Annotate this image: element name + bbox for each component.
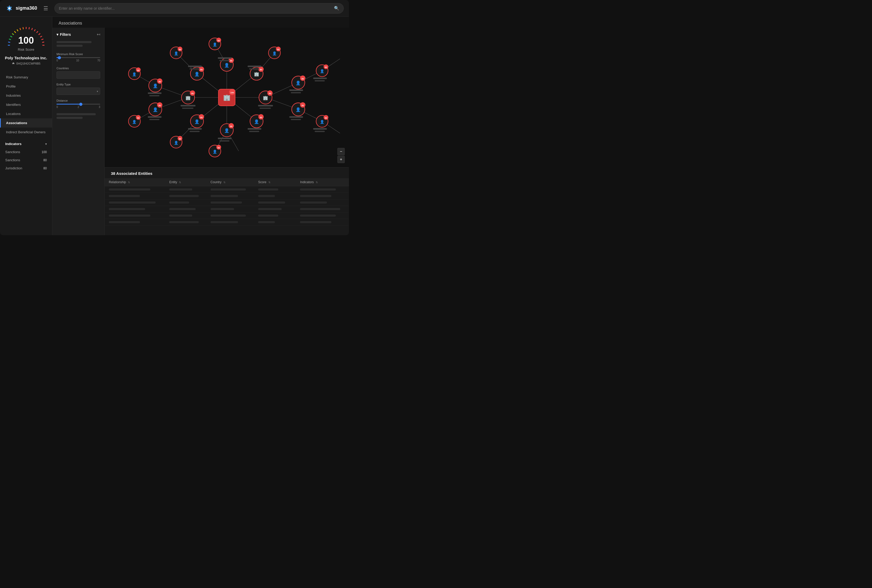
search-bar[interactable]: 🔍 [54,3,344,14]
table-row[interactable] [105,213,349,219]
svg-rect-140 [289,89,303,91]
node-person-6[interactable]: 👤 80 [292,75,305,89]
svg-line-8 [20,28,21,30]
zoom-in-button[interactable]: + [337,156,345,163]
table-row[interactable] [105,219,349,225]
chevron-down-icon[interactable]: ▾ [45,142,47,146]
svg-line-2 [8,42,10,42]
col-score[interactable]: Score ⇅ [254,178,296,186]
node-building-2[interactable]: 🏢 80 [259,90,272,104]
svg-rect-157 [249,68,259,69]
node-person-7[interactable]: 👤 80 [292,102,305,116]
node-person-9[interactable]: 👤 80 [220,123,234,136]
sort-icon-indicators: ⇅ [316,181,318,184]
table-row[interactable] [105,193,349,200]
entity-type-select[interactable]: Individual Organization [57,87,100,95]
node-outer-4[interactable]: 👤 80 [316,64,329,77]
bottom-section: 38 Associated Entities Relationship ⇅ [105,167,349,235]
col-relationship[interactable]: Relationship ⇅ [105,178,165,186]
node-building-1[interactable]: 🏢 80 [182,90,195,104]
filter-panel: ▾ Filters ↤ Minimum Risk Score [52,28,105,235]
search-input[interactable] [59,6,332,10]
hamburger-button[interactable]: ☰ [41,4,50,12]
table-row[interactable] [105,206,349,213]
svg-line-4 [10,36,12,37]
node-outer-9[interactable]: 👤 80 [128,115,141,127]
indicator-sanctions-100[interactable]: Sanctions 100 [0,148,52,156]
indicators-title: Indicators [5,142,21,146]
col-country[interactable]: Country ⇅ [206,178,254,186]
svg-text:100: 100 [230,92,234,94]
node-outer-1[interactable]: 👤 80 [170,46,183,59]
nav-industries[interactable]: Industries [0,91,52,100]
nav-identifiers[interactable]: Identifiers [0,100,52,109]
distance-slider[interactable]: 0 2 3 [57,104,100,108]
entity-id: 0HQ1842CWP8B5 [16,62,40,65]
svg-rect-141 [291,92,301,93]
filter-header: ▾ Filters ↤ [57,32,100,37]
svg-rect-154 [188,128,201,130]
col-indicators[interactable]: Indicators ⇅ [296,178,349,186]
svg-rect-144 [313,78,327,79]
filter-label: Filters [60,32,71,37]
svg-text:80: 80 [137,69,140,72]
svg-line-18 [42,42,44,42]
svg-text:80: 80 [325,117,327,119]
table-row[interactable] [105,200,349,206]
svg-rect-143 [291,119,301,120]
filter-icon: ▾ [57,32,58,37]
filter-collapse-button[interactable]: ↤ [97,32,100,37]
network-graph[interactable]: 🏢 100 🏢 80 🏢 [105,28,349,167]
node-person-5[interactable]: 👤 80 [250,114,264,128]
svg-line-16 [40,36,42,37]
node-person-1[interactable]: 👤 80 [149,78,162,92]
svg-text:👤: 👤 [224,63,229,68]
countries-input[interactable] [57,71,100,79]
nav-locations[interactable]: Locations [0,109,52,118]
filter-skeleton-1 [57,41,100,48]
distance-filter: Distance 0 2 3 [57,99,100,109]
indicators-header: Indicators ▾ [0,139,52,148]
zoom-out-button[interactable]: − [337,148,345,155]
indicator-sanctions-80[interactable]: Sanctions 80 [0,156,52,164]
svg-text:80: 80 [269,92,271,94]
nav-profile[interactable]: Profile [0,82,52,91]
logo: sigma360 [5,4,37,12]
node-outer-5[interactable]: 👤 80 [316,115,329,127]
table-title: 38 Associated Entities [105,168,349,178]
node-outer-6[interactable]: 👤 80 [170,136,183,148]
svg-text:80: 80 [200,116,203,118]
svg-text:80: 80 [230,60,233,62]
svg-text:👤: 👤 [194,72,200,76]
svg-rect-146 [313,128,327,130]
svg-rect-142 [289,116,303,118]
svg-text:80: 80 [302,78,304,80]
search-icon[interactable]: 🔍 [334,6,339,11]
table-row[interactable] [105,186,349,193]
gauge-container: 100 [5,23,47,46]
nav-associations[interactable]: Associations [0,118,52,128]
svg-text:👤: 👤 [320,120,325,124]
nav-risk-summary[interactable]: Risk Summary [0,73,52,82]
topbar: sigma360 ☰ 🔍 [0,0,349,17]
node-outer-7[interactable]: 👤 80 [209,145,221,157]
svg-rect-145 [315,80,325,81]
node-person-2[interactable]: 👤 80 [149,102,162,116]
node-outer-3[interactable]: 👤 80 [268,46,281,59]
svg-rect-156 [248,66,261,67]
node-person-8[interactable]: 👤 80 [220,57,234,71]
indicator-jurisdiction-80[interactable]: Jurisdiction 80 [0,164,52,172]
node-person-4[interactable]: 👤 80 [190,114,204,128]
node-outer-8[interactable]: 👤 80 [128,68,141,80]
svg-text:80: 80 [218,147,220,149]
table-container[interactable]: Relationship ⇅ Entity ⇅ Country [105,178,349,235]
svg-line-12 [32,28,32,30]
col-entity[interactable]: Entity ⇅ [165,178,206,186]
node-outer-2[interactable]: 👤 80 [209,38,221,50]
graph-svg: 🏢 100 🏢 80 🏢 [105,28,349,167]
filter-skeleton-2 [57,113,100,120]
svg-rect-158 [248,128,261,130]
min-risk-score-slider[interactable]: 0 10 70 [57,57,100,62]
center-node[interactable]: 🏢 100 [218,89,235,106]
nav-indirect-beneficial-owners[interactable]: Indirect Beneficial Owners [0,128,52,136]
